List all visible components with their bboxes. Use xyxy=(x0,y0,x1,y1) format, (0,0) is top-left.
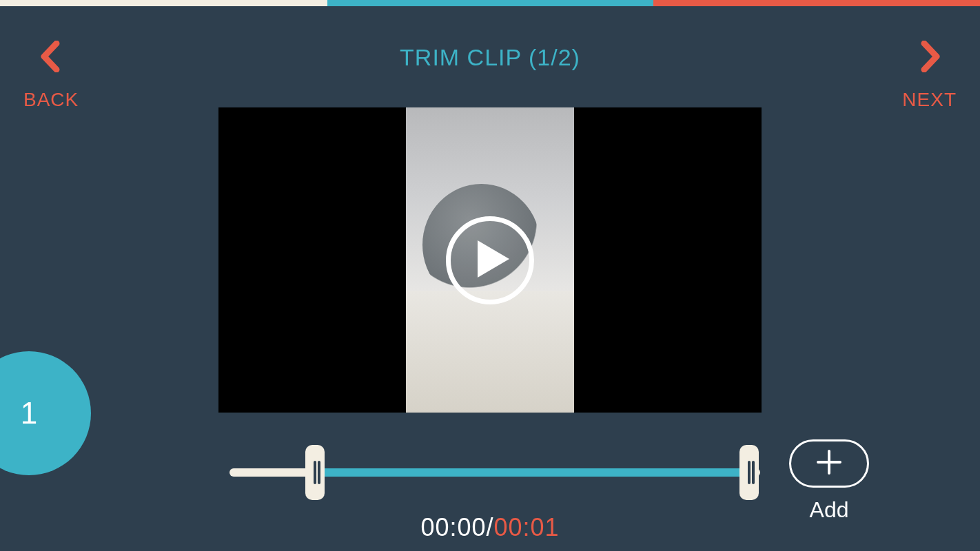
header: BACK TRIM CLIP (1/2) NEXT xyxy=(0,6,980,110)
progress-bar xyxy=(0,0,980,6)
trim-slider[interactable] xyxy=(229,468,760,477)
back-button[interactable]: BACK xyxy=(23,41,79,111)
chevron-left-icon xyxy=(37,41,65,75)
clip-count-value: 1 xyxy=(21,396,37,430)
play-button[interactable] xyxy=(446,216,534,304)
add-button[interactable] xyxy=(789,439,869,488)
time-display: 00:00/00:01 xyxy=(0,513,980,542)
page-title: TRIM CLIP (1/2) xyxy=(400,44,580,71)
next-label: NEXT xyxy=(902,89,957,111)
progress-step-1 xyxy=(0,0,327,6)
trim-handle-end[interactable] xyxy=(739,445,759,500)
chevron-right-icon xyxy=(916,41,943,75)
current-time: 00:00 xyxy=(420,513,486,541)
progress-step-2 xyxy=(327,0,654,6)
trim-track-active xyxy=(314,468,749,477)
next-button[interactable]: NEXT xyxy=(902,41,957,111)
trim-handle-start[interactable] xyxy=(305,445,325,500)
add-clip: Add xyxy=(789,439,869,523)
progress-step-3 xyxy=(653,0,980,6)
video-preview xyxy=(218,107,762,413)
back-label: BACK xyxy=(23,89,79,111)
play-icon xyxy=(469,239,511,282)
plus-icon xyxy=(815,448,843,479)
duration-time: 00:01 xyxy=(494,513,560,541)
time-separator: / xyxy=(486,513,493,541)
